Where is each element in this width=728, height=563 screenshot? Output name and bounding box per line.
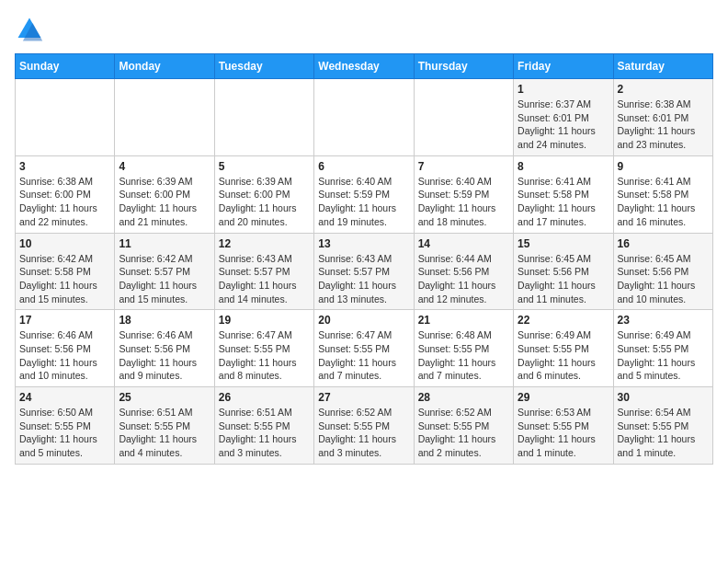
day-info: Sunrise: 6:39 AMSunset: 6:00 PMDaylight:… [119, 175, 210, 229]
calendar-cell: 5Sunrise: 6:39 AMSunset: 6:00 PMDaylight… [214, 155, 313, 233]
calendar-cell: 26Sunrise: 6:51 AMSunset: 5:55 PMDayligh… [214, 387, 313, 465]
calendar-cell: 23Sunrise: 6:49 AMSunset: 5:55 PMDayligh… [613, 310, 712, 387]
day-info: Sunrise: 6:42 AMSunset: 5:57 PMDaylight:… [119, 252, 210, 306]
day-info: Sunrise: 6:51 AMSunset: 5:55 PMDaylight:… [219, 406, 310, 460]
day-number: 14 [418, 237, 509, 250]
column-header-saturday: Saturday [613, 54, 712, 79]
column-header-sunday: Sunday [16, 54, 115, 79]
day-number: 13 [318, 237, 409, 250]
logo [15, 15, 48, 44]
calendar-cell: 27Sunrise: 6:52 AMSunset: 5:55 PMDayligh… [314, 387, 414, 465]
calendar-cell: 20Sunrise: 6:47 AMSunset: 5:55 PMDayligh… [314, 310, 414, 387]
day-info: Sunrise: 6:43 AMSunset: 5:57 PMDaylight:… [219, 252, 310, 306]
day-info: Sunrise: 6:45 AMSunset: 5:56 PMDaylight:… [618, 252, 709, 306]
calendar-table: SundayMondayTuesdayWednesdayThursdayFrid… [15, 53, 713, 465]
column-header-friday: Friday [514, 54, 613, 79]
calendar-header: SundayMondayTuesdayWednesdayThursdayFrid… [16, 54, 713, 79]
calendar-cell: 14Sunrise: 6:44 AMSunset: 5:56 PMDayligh… [414, 233, 513, 310]
day-number: 22 [518, 314, 609, 327]
week-row-0: 1Sunrise: 6:37 AMSunset: 6:01 PMDaylight… [16, 79, 713, 156]
week-row-1: 3Sunrise: 6:38 AMSunset: 6:00 PMDaylight… [16, 155, 713, 233]
day-info: Sunrise: 6:46 AMSunset: 5:56 PMDaylight:… [119, 328, 210, 383]
day-number: 3 [19, 160, 110, 173]
day-number: 9 [618, 160, 709, 173]
calendar-cell: 4Sunrise: 6:39 AMSunset: 6:00 PMDaylight… [115, 155, 214, 233]
calendar-cell: 28Sunrise: 6:52 AMSunset: 5:55 PMDayligh… [414, 387, 513, 465]
calendar-cell: 21Sunrise: 6:48 AMSunset: 5:55 PMDayligh… [414, 310, 513, 387]
column-header-wednesday: Wednesday [314, 54, 414, 79]
day-number: 23 [618, 314, 709, 327]
calendar-cell [214, 79, 313, 156]
calendar-cell: 13Sunrise: 6:43 AMSunset: 5:57 PMDayligh… [314, 233, 414, 310]
day-number: 19 [219, 314, 310, 327]
day-info: Sunrise: 6:38 AMSunset: 6:01 PMDaylight:… [618, 98, 709, 152]
day-number: 17 [19, 314, 110, 327]
day-number: 2 [618, 83, 709, 96]
day-info: Sunrise: 6:49 AMSunset: 5:55 PMDaylight:… [518, 328, 609, 383]
day-number: 12 [219, 237, 310, 250]
day-info: Sunrise: 6:44 AMSunset: 5:56 PMDaylight:… [418, 252, 509, 306]
column-header-tuesday: Tuesday [214, 54, 313, 79]
day-info: Sunrise: 6:40 AMSunset: 5:59 PMDaylight:… [418, 175, 509, 229]
calendar-cell: 8Sunrise: 6:41 AMSunset: 5:58 PMDaylight… [514, 155, 613, 233]
column-header-monday: Monday [115, 54, 214, 79]
day-info: Sunrise: 6:49 AMSunset: 5:55 PMDaylight:… [618, 328, 709, 383]
calendar-cell: 10Sunrise: 6:42 AMSunset: 5:58 PMDayligh… [16, 233, 115, 310]
calendar-cell [314, 79, 414, 156]
day-info: Sunrise: 6:47 AMSunset: 5:55 PMDaylight:… [318, 328, 409, 383]
calendar-cell: 22Sunrise: 6:49 AMSunset: 5:55 PMDayligh… [514, 310, 613, 387]
day-info: Sunrise: 6:38 AMSunset: 6:00 PMDaylight:… [19, 175, 110, 229]
day-info: Sunrise: 6:53 AMSunset: 5:55 PMDaylight:… [518, 406, 609, 460]
calendar-cell: 29Sunrise: 6:53 AMSunset: 5:55 PMDayligh… [514, 387, 613, 465]
day-info: Sunrise: 6:37 AMSunset: 6:01 PMDaylight:… [518, 98, 609, 152]
calendar-cell: 17Sunrise: 6:46 AMSunset: 5:56 PMDayligh… [16, 310, 115, 387]
day-number: 8 [518, 160, 609, 173]
calendar-body: 1Sunrise: 6:37 AMSunset: 6:01 PMDaylight… [16, 79, 713, 465]
day-number: 21 [418, 314, 509, 327]
week-row-2: 10Sunrise: 6:42 AMSunset: 5:58 PMDayligh… [16, 233, 713, 310]
day-info: Sunrise: 6:46 AMSunset: 5:56 PMDaylight:… [19, 328, 110, 383]
day-number: 16 [618, 237, 709, 250]
day-info: Sunrise: 6:52 AMSunset: 5:55 PMDaylight:… [318, 406, 409, 460]
day-info: Sunrise: 6:45 AMSunset: 5:56 PMDaylight:… [518, 252, 609, 306]
day-number: 4 [119, 160, 210, 173]
day-number: 27 [318, 391, 409, 404]
day-number: 15 [518, 237, 609, 250]
header-row: SundayMondayTuesdayWednesdayThursdayFrid… [16, 54, 713, 79]
calendar-cell: 1Sunrise: 6:37 AMSunset: 6:01 PMDaylight… [514, 79, 613, 156]
day-info: Sunrise: 6:54 AMSunset: 5:55 PMDaylight:… [618, 406, 709, 460]
day-number: 30 [618, 391, 709, 404]
calendar-cell: 25Sunrise: 6:51 AMSunset: 5:55 PMDayligh… [115, 387, 214, 465]
calendar-cell: 2Sunrise: 6:38 AMSunset: 6:01 PMDaylight… [613, 79, 712, 156]
day-number: 1 [518, 83, 609, 96]
day-info: Sunrise: 6:48 AMSunset: 5:55 PMDaylight:… [418, 328, 509, 383]
day-info: Sunrise: 6:50 AMSunset: 5:55 PMDaylight:… [19, 406, 110, 460]
calendar-cell: 15Sunrise: 6:45 AMSunset: 5:56 PMDayligh… [514, 233, 613, 310]
day-info: Sunrise: 6:43 AMSunset: 5:57 PMDaylight:… [318, 252, 409, 306]
day-info: Sunrise: 6:42 AMSunset: 5:58 PMDaylight:… [19, 252, 110, 306]
calendar-cell: 7Sunrise: 6:40 AMSunset: 5:59 PMDaylight… [414, 155, 513, 233]
day-info: Sunrise: 6:52 AMSunset: 5:55 PMDaylight:… [418, 406, 509, 460]
calendar-cell: 18Sunrise: 6:46 AMSunset: 5:56 PMDayligh… [115, 310, 214, 387]
day-number: 24 [19, 391, 110, 404]
day-number: 26 [219, 391, 310, 404]
page-header [15, 15, 713, 44]
day-info: Sunrise: 6:47 AMSunset: 5:55 PMDaylight:… [219, 328, 310, 383]
calendar-cell: 19Sunrise: 6:47 AMSunset: 5:55 PMDayligh… [214, 310, 313, 387]
day-number: 10 [19, 237, 110, 250]
calendar-cell [115, 79, 214, 156]
calendar-cell [16, 79, 115, 156]
calendar-cell: 24Sunrise: 6:50 AMSunset: 5:55 PMDayligh… [16, 387, 115, 465]
day-info: Sunrise: 6:41 AMSunset: 5:58 PMDaylight:… [518, 175, 609, 229]
calendar-cell: 30Sunrise: 6:54 AMSunset: 5:55 PMDayligh… [613, 387, 712, 465]
calendar-cell: 9Sunrise: 6:41 AMSunset: 5:58 PMDaylight… [613, 155, 712, 233]
day-number: 11 [119, 237, 210, 250]
column-header-thursday: Thursday [414, 54, 513, 79]
calendar-cell: 16Sunrise: 6:45 AMSunset: 5:56 PMDayligh… [613, 233, 712, 310]
day-number: 5 [219, 160, 310, 173]
day-number: 25 [119, 391, 210, 404]
calendar-cell [414, 79, 513, 156]
day-number: 28 [418, 391, 509, 404]
day-number: 6 [318, 160, 409, 173]
day-number: 18 [119, 314, 210, 327]
